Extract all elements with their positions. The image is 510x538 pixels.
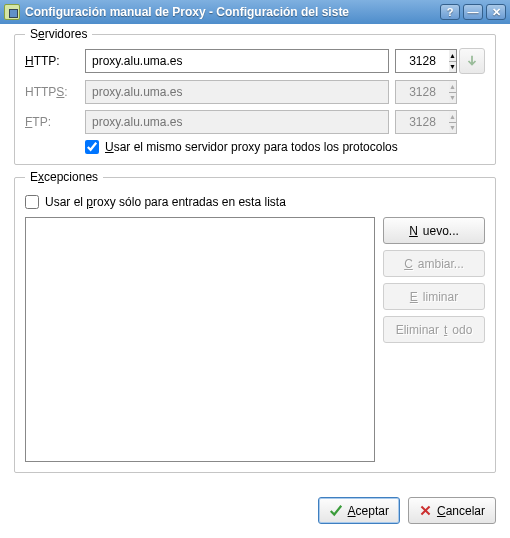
http-row: HTTP: ▲▼ xyxy=(25,48,485,74)
apply-down-button[interactable] xyxy=(459,48,485,74)
dialog-footer: Aceptar Cancelar xyxy=(14,497,496,524)
close-button[interactable]: ✕ xyxy=(486,4,506,20)
http-port-input[interactable] xyxy=(395,49,449,73)
delete-all-button: Eliminar todo xyxy=(383,316,485,343)
only-list-row: Usar el proxy sólo para entradas en esta… xyxy=(25,195,485,209)
help-button[interactable]: ? xyxy=(440,4,460,20)
spin-down-icon[interactable]: ▼ xyxy=(449,62,456,73)
exceptions-group: Excepciones Usar el proxy sólo para entr… xyxy=(14,177,496,473)
same-server-label[interactable]: Usar el mismo servidor proxy para todos … xyxy=(105,140,398,154)
delete-button: Eliminar xyxy=(383,283,485,310)
http-port-spinner[interactable]: ▲▼ xyxy=(449,49,457,73)
http-host-input[interactable] xyxy=(85,49,389,73)
https-host-input xyxy=(85,80,389,104)
app-icon xyxy=(4,4,20,20)
same-server-row: Usar el mismo servidor proxy para todos … xyxy=(85,140,485,154)
new-button[interactable]: Nuevo... xyxy=(383,217,485,244)
spin-up-icon[interactable]: ▲ xyxy=(449,50,456,62)
http-label: HTTP: xyxy=(25,54,79,68)
ftp-host-input xyxy=(85,110,389,134)
ftp-port-spinner: ▲▼ xyxy=(449,110,457,134)
servers-legend: Servidores xyxy=(25,27,92,41)
ftp-row: FTP: ▲▼ xyxy=(25,110,485,134)
only-list-checkbox[interactable] xyxy=(25,195,39,209)
exceptions-list[interactable] xyxy=(25,217,375,462)
exceptions-legend: Excepciones xyxy=(25,170,103,184)
minimize-button[interactable]: — xyxy=(463,4,483,20)
check-icon xyxy=(329,504,343,518)
ok-button[interactable]: Aceptar xyxy=(318,497,400,524)
only-list-label[interactable]: Usar el proxy sólo para entradas en esta… xyxy=(45,195,286,209)
arrow-down-icon xyxy=(465,54,479,68)
titlebar: Configuración manual de Proxy - Configur… xyxy=(0,0,510,24)
cancel-button[interactable]: Cancelar xyxy=(408,497,496,524)
https-label: HTTPS: xyxy=(25,85,79,99)
servers-group: Servidores HTTP: ▲▼ HTTPS: ▲▼ FTP: xyxy=(14,34,496,165)
https-port-input xyxy=(395,80,449,104)
same-server-checkbox[interactable] xyxy=(85,140,99,154)
change-button: Cambiar... xyxy=(383,250,485,277)
https-row: HTTPS: ▲▼ xyxy=(25,80,485,104)
ftp-label: FTP: xyxy=(25,115,79,129)
window-title: Configuración manual de Proxy - Configur… xyxy=(25,5,437,19)
ftp-port-input xyxy=(395,110,449,134)
https-port-spinner: ▲▼ xyxy=(449,80,457,104)
x-icon xyxy=(419,504,432,517)
